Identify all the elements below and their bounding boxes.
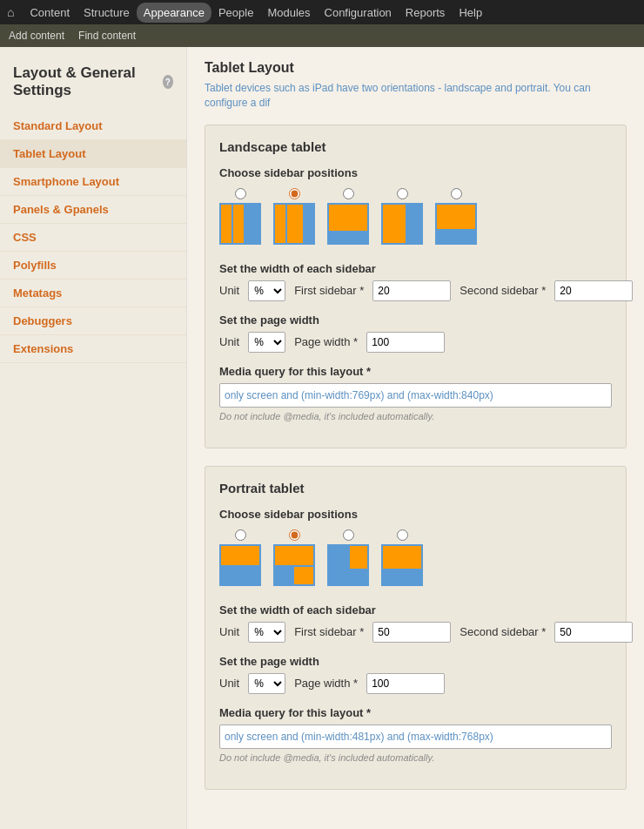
sidebar-item-tablet-layout[interactable]: Tablet Layout (0, 140, 186, 168)
svg-rect-33 (383, 570, 421, 584)
sidebar-item-debuggers[interactable]: Debuggers (0, 307, 186, 335)
help-icon[interactable]: ? (163, 75, 173, 89)
nav-appearance[interactable]: Appearance (137, 3, 211, 23)
portrait-second-sidebar-label: Second sidebar * (460, 625, 546, 638)
nav-people[interactable]: People (211, 3, 260, 23)
nav-help[interactable]: Help (452, 3, 489, 23)
home-icon[interactable]: ⌂ (7, 5, 14, 19)
choose-sidebar-label-portrait: Choose sidebar positions (219, 508, 612, 521)
portrait-page-width-label: Set the page width (219, 655, 612, 668)
landscape-pos-radio-1[interactable] (235, 188, 246, 199)
svg-rect-32 (383, 546, 421, 569)
landscape-diagram-3 (327, 203, 369, 245)
landscape-position-5 (435, 188, 477, 245)
svg-rect-24 (275, 546, 313, 565)
portrait-unit-select[interactable]: % px em (248, 622, 285, 643)
landscape-unit-select[interactable]: % px em (248, 280, 285, 301)
landscape-unit-label: Unit (219, 284, 239, 297)
landscape-media-query-hint: Do not include @media, it's included aut… (219, 411, 612, 421)
svg-rect-1 (221, 205, 231, 243)
portrait-tablet-section: Portrait tablet Choose sidebar positions (205, 466, 627, 790)
landscape-position-3 (327, 188, 369, 245)
portrait-diagram-4 (381, 544, 423, 586)
portrait-diagram-3 (327, 544, 369, 586)
choose-sidebar-label-landscape: Choose sidebar positions (219, 166, 612, 179)
add-content-link[interactable]: Add content (9, 30, 64, 42)
svg-rect-2 (233, 205, 244, 243)
landscape-diagram-1 (219, 203, 261, 245)
portrait-page-width-field-label: Page width * (294, 677, 358, 690)
sidebar: Layout & General Settings ? Standard Lay… (0, 47, 187, 829)
landscape-second-sidebar-input[interactable] (554, 280, 633, 301)
portrait-page-unit-select[interactable]: % px em (248, 673, 285, 694)
portrait-diagram-2 (273, 544, 315, 586)
sidebar-item-panels-gpanels[interactable]: Panels & Gpanels (0, 196, 186, 224)
sidebar-item-polyfills[interactable]: Polyfills (0, 252, 186, 280)
landscape-page-width-input[interactable] (366, 332, 445, 353)
svg-rect-7 (305, 205, 313, 243)
landscape-diagram-4 (381, 203, 423, 245)
landscape-first-sidebar-input[interactable] (372, 280, 451, 301)
section-description: Tablet devices such as iPad have two ori… (205, 81, 627, 111)
landscape-diagram-5 (435, 203, 477, 245)
portrait-pos-radio-2[interactable] (289, 529, 300, 541)
landscape-position-4 (381, 188, 423, 245)
svg-rect-26 (294, 567, 313, 584)
svg-rect-6 (287, 205, 303, 243)
svg-rect-13 (383, 205, 406, 243)
sidebar-item-extensions[interactable]: Extensions (0, 335, 186, 363)
main-content: Tablet Layout Tablet devices such as iPa… (187, 47, 644, 829)
landscape-page-unit-select[interactable]: % px em (248, 332, 285, 353)
portrait-pos-radio-3[interactable] (343, 529, 354, 541)
svg-rect-25 (275, 567, 292, 584)
portrait-media-query-input[interactable] (219, 725, 612, 749)
svg-rect-29 (350, 546, 367, 569)
portrait-position-2 (273, 529, 315, 586)
nav-structure[interactable]: Structure (77, 3, 137, 23)
portrait-media-query-hint: Do not include @media, it's included aut… (219, 752, 612, 763)
portrait-sidebar-width-group: Set the width of each sidebar Unit % px … (219, 603, 612, 643)
landscape-media-query-group: Media query for this layout * Do not inc… (219, 365, 612, 421)
portrait-page-unit-label: Unit (219, 677, 239, 690)
sidebar-item-css[interactable]: CSS (0, 224, 186, 252)
landscape-pos-radio-4[interactable] (397, 188, 408, 199)
svg-rect-11 (348, 233, 367, 243)
portrait-first-sidebar-input[interactable] (372, 622, 451, 643)
landscape-second-sidebar-label: Second sidebar * (460, 284, 546, 297)
landscape-page-width-field-label: Page width * (294, 335, 358, 348)
svg-rect-5 (275, 205, 285, 243)
nav-reports[interactable]: Reports (399, 3, 453, 23)
sidebar-item-standard-layout[interactable]: Standard Layout (0, 112, 186, 140)
landscape-media-query-input[interactable] (219, 383, 612, 408)
find-content-link[interactable]: Find content (78, 30, 136, 42)
portrait-position-3 (327, 529, 369, 586)
svg-rect-14 (407, 205, 421, 222)
landscape-pos-radio-2[interactable] (289, 188, 300, 199)
landscape-page-width-group: Set the page width Unit % px em Page wid… (219, 313, 612, 353)
portrait-pos-radio-1[interactable] (235, 529, 246, 541)
portrait-pos-radio-4[interactable] (397, 529, 408, 541)
svg-rect-9 (329, 205, 367, 231)
landscape-title: Landscape tablet (219, 139, 612, 154)
svg-rect-3 (245, 205, 259, 243)
nav-modules[interactable]: Modules (260, 3, 317, 23)
landscape-sidebar-positions (219, 188, 612, 245)
sidebar-item-smartphone-layout[interactable]: Smartphone Layout (0, 168, 186, 196)
nav-content[interactable]: Content (23, 3, 77, 23)
portrait-width-row: Unit % px em First sidebar * Second side… (219, 622, 612, 643)
landscape-position-2 (273, 188, 315, 245)
portrait-diagram-1 (219, 544, 261, 586)
portrait-set-width-label: Set the width of each sidebar (219, 603, 612, 617)
sidebar-item-metatags[interactable]: Metatags (0, 280, 186, 307)
portrait-first-sidebar-label: First sidebar * (294, 625, 364, 638)
svg-rect-17 (437, 205, 475, 229)
nav-configuration[interactable]: Configuration (318, 3, 399, 23)
landscape-pos-radio-5[interactable] (451, 188, 462, 199)
portrait-unit-label: Unit (219, 625, 239, 638)
landscape-set-width-label: Set the width of each sidebar (219, 262, 612, 275)
sub-navigation: Add content Find content (0, 24, 644, 47)
landscape-sidebar-width-group: Set the width of each sidebar Unit % px … (219, 262, 612, 301)
portrait-page-width-input[interactable] (366, 673, 445, 694)
portrait-second-sidebar-input[interactable] (554, 622, 633, 643)
landscape-pos-radio-3[interactable] (343, 188, 354, 199)
